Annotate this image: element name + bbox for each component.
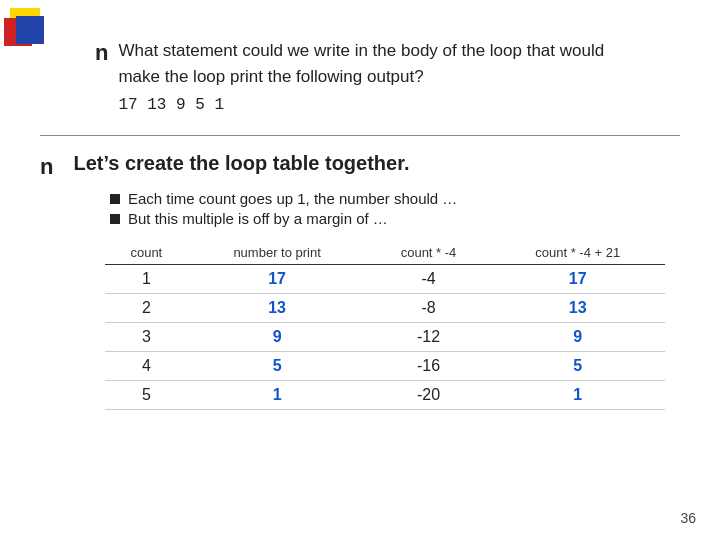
output-sequence: 17 13 9 5 1: [118, 93, 604, 117]
section2-header: n Let’s create the loop table together.: [40, 152, 680, 180]
table-cell: -4: [367, 265, 491, 294]
table-cell: 13: [188, 294, 367, 323]
horizontal-divider: [40, 135, 680, 136]
sub-bullets-list: Each time count goes up 1, the number sh…: [110, 190, 680, 227]
section1-text: What statement could we write in the bod…: [118, 38, 604, 117]
table-cell: 13: [490, 294, 665, 323]
table-header-row: count number to print count * -4 count *…: [105, 241, 665, 265]
table-cell: 3: [105, 323, 188, 352]
table-row: 213-813: [105, 294, 665, 323]
table-cell: -20: [367, 381, 491, 410]
section1-line1: What statement could we write in the bod…: [118, 38, 604, 64]
table-cell: 17: [188, 265, 367, 294]
section1: n What statement could we write in the b…: [95, 38, 680, 117]
col-header-count-neg4: count * -4: [367, 241, 491, 265]
sub-bullet-dot-1: [110, 194, 120, 204]
table-cell: 1: [105, 265, 188, 294]
section1-line2: make the loop print the following output…: [118, 64, 604, 90]
col-header-count-neg4-21: count * -4 + 21: [490, 241, 665, 265]
sub-bullet-2: But this multiple is off by a margin of …: [110, 210, 680, 227]
loop-table-wrapper: count number to print count * -4 count *…: [105, 241, 660, 410]
table-cell: -16: [367, 352, 491, 381]
sub-bullet-1: Each time count goes up 1, the number sh…: [110, 190, 680, 207]
table-cell: 17: [490, 265, 665, 294]
page-number: 36: [680, 510, 696, 526]
table-cell: 4: [105, 352, 188, 381]
table-row: 45-165: [105, 352, 665, 381]
table-cell: 1: [490, 381, 665, 410]
table-cell: 9: [490, 323, 665, 352]
loop-table: count number to print count * -4 count *…: [105, 241, 665, 410]
table-cell: -8: [367, 294, 491, 323]
sub-bullet-text-1: Each time count goes up 1, the number sh…: [128, 190, 457, 207]
table-row: 117-417: [105, 265, 665, 294]
bullet1: n: [95, 40, 108, 66]
table-row: 39-129: [105, 323, 665, 352]
sub-bullet-text-2: But this multiple is off by a margin of …: [128, 210, 388, 227]
table-cell: 2: [105, 294, 188, 323]
table-cell: 1: [188, 381, 367, 410]
table-cell: 9: [188, 323, 367, 352]
table-cell: -12: [367, 323, 491, 352]
bullet2: n: [40, 154, 53, 180]
table-cell: 5: [188, 352, 367, 381]
section2-title: Let’s create the loop table together.: [73, 152, 409, 175]
col-header-number: number to print: [188, 241, 367, 265]
table-body: 117-417213-81339-12945-16551-201: [105, 265, 665, 410]
logo-blue-square: [16, 16, 44, 44]
table-cell: 5: [105, 381, 188, 410]
col-header-count: count: [105, 241, 188, 265]
sub-bullet-dot-2: [110, 214, 120, 224]
table-row: 51-201: [105, 381, 665, 410]
table-cell: 5: [490, 352, 665, 381]
